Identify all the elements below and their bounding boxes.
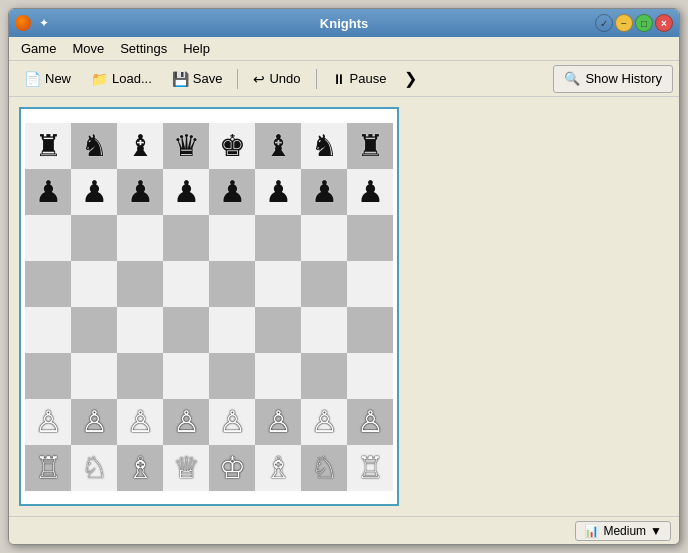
- board-cell-1-3[interactable]: ♟: [163, 169, 209, 215]
- board-cell-3-0[interactable]: [25, 261, 71, 307]
- minimize-button[interactable]: −: [615, 14, 633, 32]
- board-cell-3-3[interactable]: [163, 261, 209, 307]
- board-cell-1-7[interactable]: ♟: [347, 169, 393, 215]
- board-cell-3-6[interactable]: [301, 261, 347, 307]
- board-cell-0-7[interactable]: ♜: [347, 123, 393, 169]
- board-cell-6-6[interactable]: ♙: [301, 399, 347, 445]
- board-cell-7-1[interactable]: ♘: [71, 445, 117, 491]
- board-cell-1-6[interactable]: ♟: [301, 169, 347, 215]
- board-cell-3-7[interactable]: [347, 261, 393, 307]
- board-cell-7-4[interactable]: ♔: [209, 445, 255, 491]
- board-cell-5-0[interactable]: [25, 353, 71, 399]
- board-cell-0-3[interactable]: ♛: [163, 123, 209, 169]
- difficulty-selector[interactable]: 📊 Medium ▼: [575, 521, 671, 541]
- pause-icon: ⏸: [332, 71, 346, 87]
- board-cell-2-3[interactable]: [163, 215, 209, 261]
- board-cell-1-0[interactable]: ♟: [25, 169, 71, 215]
- board-container: ♜♞♝♛♚♝♞♜♟♟♟♟♟♟♟♟♙♙♙♙♙♙♙♙♖♘♗♕♔♗♘♖: [19, 107, 399, 506]
- chess-piece: ♙: [219, 407, 246, 437]
- board-cell-7-0[interactable]: ♖: [25, 445, 71, 491]
- chess-piece: ♟: [81, 177, 108, 207]
- board-cell-7-3[interactable]: ♕: [163, 445, 209, 491]
- board-cell-7-7[interactable]: ♖: [347, 445, 393, 491]
- chess-piece: ♙: [35, 407, 62, 437]
- board-cell-1-1[interactable]: ♟: [71, 169, 117, 215]
- board-cell-2-5[interactable]: [255, 215, 301, 261]
- board-cell-4-1[interactable]: [71, 307, 117, 353]
- board-cell-0-1[interactable]: ♞: [71, 123, 117, 169]
- board-cell-3-4[interactable]: [209, 261, 255, 307]
- save-button[interactable]: 💾 Save: [163, 65, 232, 93]
- board-cell-4-5[interactable]: [255, 307, 301, 353]
- chess-piece: ♙: [265, 407, 292, 437]
- chess-piece: ♖: [35, 453, 62, 483]
- board-cell-6-1[interactable]: ♙: [71, 399, 117, 445]
- board-cell-2-4[interactable]: [209, 215, 255, 261]
- board-cell-0-6[interactable]: ♞: [301, 123, 347, 169]
- board-cell-5-4[interactable]: [209, 353, 255, 399]
- board-cell-2-6[interactable]: [301, 215, 347, 261]
- maximize-button[interactable]: □: [635, 14, 653, 32]
- board-cell-1-2[interactable]: ♟: [117, 169, 163, 215]
- board-cell-3-5[interactable]: [255, 261, 301, 307]
- menu-game[interactable]: Game: [13, 39, 64, 58]
- board-cell-0-0[interactable]: ♜: [25, 123, 71, 169]
- board-cell-7-2[interactable]: ♗: [117, 445, 163, 491]
- board-cell-5-6[interactable]: [301, 353, 347, 399]
- board-cell-2-1[interactable]: [71, 215, 117, 261]
- board-cell-6-5[interactable]: ♙: [255, 399, 301, 445]
- board-cell-5-7[interactable]: [347, 353, 393, 399]
- board-cell-1-5[interactable]: ♟: [255, 169, 301, 215]
- chess-piece: ♖: [357, 453, 384, 483]
- board-cell-4-7[interactable]: [347, 307, 393, 353]
- board-cell-1-4[interactable]: ♟: [209, 169, 255, 215]
- board-cell-4-6[interactable]: [301, 307, 347, 353]
- board-cell-5-1[interactable]: [71, 353, 117, 399]
- board-cell-7-6[interactable]: ♘: [301, 445, 347, 491]
- chess-piece: ♕: [173, 453, 200, 483]
- chess-piece: ♞: [311, 131, 338, 161]
- chess-piece: ♙: [173, 407, 200, 437]
- menu-help[interactable]: Help: [175, 39, 218, 58]
- board-cell-4-3[interactable]: [163, 307, 209, 353]
- pause-button[interactable]: ⏸ Pause: [323, 65, 396, 93]
- close-button[interactable]: ×: [655, 14, 673, 32]
- board-cell-5-3[interactable]: [163, 353, 209, 399]
- board-cell-2-7[interactable]: [347, 215, 393, 261]
- board-cell-4-0[interactable]: [25, 307, 71, 353]
- new-icon: 📄: [24, 71, 41, 87]
- chevron-down-icon[interactable]: ✓: [595, 14, 613, 32]
- chess-piece: ♔: [219, 453, 246, 483]
- window-title: Knights: [320, 16, 368, 31]
- board-cell-2-2[interactable]: [117, 215, 163, 261]
- chess-piece: ♙: [357, 407, 384, 437]
- load-button[interactable]: 📁 Load...: [82, 65, 161, 93]
- board-cell-6-2[interactable]: ♙: [117, 399, 163, 445]
- new-button[interactable]: 📄 New: [15, 65, 80, 93]
- board-cell-3-2[interactable]: [117, 261, 163, 307]
- forward-button[interactable]: ❯: [397, 65, 424, 93]
- board-cell-6-3[interactable]: ♙: [163, 399, 209, 445]
- undo-icon: ↩: [253, 71, 265, 87]
- undo-button[interactable]: ↩ Undo: [244, 65, 309, 93]
- board-cell-4-4[interactable]: [209, 307, 255, 353]
- board-cell-0-2[interactable]: ♝: [117, 123, 163, 169]
- board-cell-6-0[interactable]: ♙: [25, 399, 71, 445]
- chess-piece: ♗: [127, 453, 154, 483]
- board-cell-5-2[interactable]: [117, 353, 163, 399]
- board-cell-2-0[interactable]: [25, 215, 71, 261]
- show-history-button[interactable]: 🔍 Show History: [553, 65, 673, 93]
- board-cell-4-2[interactable]: [117, 307, 163, 353]
- board-cell-0-5[interactable]: ♝: [255, 123, 301, 169]
- menu-settings[interactable]: Settings: [112, 39, 175, 58]
- chess-piece: ♟: [357, 177, 384, 207]
- menu-move[interactable]: Move: [64, 39, 112, 58]
- board-cell-5-5[interactable]: [255, 353, 301, 399]
- board-cell-7-5[interactable]: ♗: [255, 445, 301, 491]
- chess-piece: ♙: [127, 407, 154, 437]
- board-cell-3-1[interactable]: [71, 261, 117, 307]
- board-cell-6-4[interactable]: ♙: [209, 399, 255, 445]
- chess-piece: ♟: [127, 177, 154, 207]
- board-cell-0-4[interactable]: ♚: [209, 123, 255, 169]
- board-cell-6-7[interactable]: ♙: [347, 399, 393, 445]
